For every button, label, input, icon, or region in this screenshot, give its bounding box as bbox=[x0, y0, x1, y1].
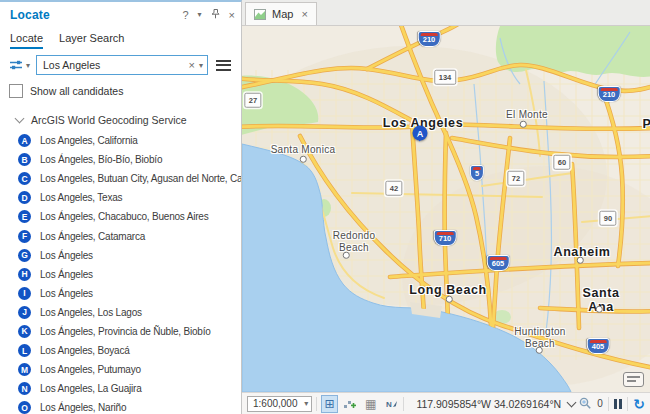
north-arrow-button[interactable]: N bbox=[383, 395, 400, 413]
coordinates-display[interactable]: 117.9095854°W 34.0269164°N bbox=[416, 398, 575, 410]
refresh-icon[interactable]: ↻ bbox=[633, 397, 645, 411]
scale-dropdown-icon: ▾ bbox=[304, 399, 308, 408]
locate-result-row[interactable]: M Los Angeles, Putumayo bbox=[0, 360, 241, 379]
scale-combobox[interactable]: 1:600,000 ▾ bbox=[247, 396, 312, 412]
floating-toolbar-toggle-icon[interactable] bbox=[623, 372, 644, 387]
locate-result-row[interactable]: G Los Ángeles bbox=[0, 246, 241, 265]
select-count-icon bbox=[579, 397, 592, 410]
locate-result-row[interactable]: D Los Angeles, Texas bbox=[0, 188, 241, 207]
map-canvas[interactable]: Los AngelesEl MonteSanta MonicaRedondo B… bbox=[242, 26, 650, 392]
svg-text:N: N bbox=[386, 400, 392, 409]
route-shield: 72 bbox=[507, 171, 524, 186]
map-city-dot bbox=[520, 121, 527, 128]
result-label: Los Ángeles, Chacabuco, Buenos Aires bbox=[40, 211, 208, 222]
separator bbox=[608, 397, 609, 411]
menu-icon[interactable] bbox=[216, 60, 231, 71]
map-tab[interactable]: Map × bbox=[245, 2, 317, 25]
result-label: Los Ángeles bbox=[40, 269, 93, 280]
search-dropdown-icon[interactable]: ▾ bbox=[199, 61, 203, 70]
tab-locate[interactable]: Locate bbox=[10, 32, 43, 49]
route-shield: 60 bbox=[553, 155, 570, 170]
locate-result-row[interactable]: L Los Angeles, Boyacá bbox=[0, 341, 241, 360]
result-letter-badge: D bbox=[18, 191, 31, 204]
route-shield: 90 bbox=[599, 211, 616, 226]
result-label: Los Ángeles, Catamarca bbox=[40, 231, 145, 242]
result-label: Los Ángeles bbox=[40, 288, 93, 299]
locate-result-row[interactable]: H Los Ángeles bbox=[0, 265, 241, 284]
collapse-chevron-icon[interactable] bbox=[15, 114, 25, 124]
map-city-dot bbox=[596, 306, 603, 313]
coordinates-dropdown-icon[interactable] bbox=[567, 397, 577, 407]
interstate-shield: 5 bbox=[470, 165, 484, 181]
locate-result-row[interactable]: C Los Angeles, Butuan City, Agusan del N… bbox=[0, 169, 241, 188]
panel-menu-dropdown-icon[interactable]: ▾ bbox=[198, 11, 202, 19]
coordinates-value: 117.9095854°W 34.0269164°N bbox=[416, 398, 561, 410]
scale-value: 1:600,000 bbox=[253, 398, 304, 409]
locate-result-row[interactable]: A Los Angeles, California bbox=[0, 131, 241, 150]
result-label: Los Ángeles bbox=[40, 250, 93, 261]
search-options-button[interactable]: ▾ bbox=[6, 56, 33, 74]
result-letter-badge: K bbox=[18, 325, 31, 338]
result-letter-badge: G bbox=[18, 249, 31, 262]
pause-drawing-button[interactable] bbox=[614, 399, 623, 409]
tab-layer-search[interactable]: Layer Search bbox=[59, 32, 124, 49]
pin-letter: A bbox=[417, 128, 424, 138]
result-letter-badge: H bbox=[18, 268, 31, 281]
grid-button[interactable]: ▦ bbox=[362, 395, 379, 413]
result-label: Los Angeles, Boyacá bbox=[40, 345, 130, 356]
map-tab-label: Map bbox=[272, 8, 293, 20]
interstate-shield: 210 bbox=[598, 86, 621, 102]
interstate-shield: 405 bbox=[587, 338, 610, 354]
pin-icon[interactable] bbox=[211, 9, 220, 21]
locate-result-row[interactable]: O Los Ángeles, Nariño bbox=[0, 398, 241, 414]
help-icon[interactable]: ? bbox=[182, 10, 188, 21]
interstate-shield: 710 bbox=[434, 230, 457, 246]
separator bbox=[627, 397, 628, 411]
sliders-icon bbox=[9, 59, 24, 71]
north-arrow-icon: N bbox=[385, 398, 398, 410]
locate-result-row[interactable]: F Los Ángeles, Catamarca bbox=[0, 226, 241, 245]
result-label: Los Angeles, Texas bbox=[40, 192, 122, 203]
locate-toolbar: ▾ Los Angeles × ▾ bbox=[0, 49, 241, 79]
show-all-candidates-checkbox[interactable] bbox=[9, 84, 23, 98]
result-label: Los Ángeles, Nariño bbox=[40, 402, 126, 413]
separator bbox=[403, 397, 404, 411]
result-letter-badge: O bbox=[18, 401, 31, 414]
result-letter-badge: A bbox=[18, 134, 31, 147]
grid-icon: ▦ bbox=[365, 397, 376, 411]
result-label: Los Ángeles, Provincia de Ñuble, Biobío bbox=[40, 326, 211, 337]
interstate-shield: 210 bbox=[418, 31, 441, 47]
result-label: Los Angeles, La Guajira bbox=[40, 383, 142, 394]
explore-tool-button[interactable]: ⊞ bbox=[321, 395, 338, 413]
result-letter-badge: J bbox=[18, 306, 31, 319]
snapping-icon bbox=[343, 398, 357, 410]
close-icon[interactable]: × bbox=[229, 10, 235, 21]
search-value: Los Angeles bbox=[43, 59, 185, 71]
result-letter-badge: B bbox=[18, 153, 31, 166]
located-place-pin[interactable]: A bbox=[413, 126, 428, 141]
map-tab-close-icon[interactable]: × bbox=[301, 8, 307, 20]
route-shield: 27 bbox=[244, 93, 261, 108]
snapping-button[interactable] bbox=[342, 395, 359, 413]
locate-result-row[interactable]: I Los Ángeles bbox=[0, 284, 241, 303]
result-letter-badge: N bbox=[18, 382, 31, 395]
map-city-dot bbox=[536, 347, 543, 354]
locate-result-row[interactable]: K Los Ángeles, Provincia de Ñuble, Biobí… bbox=[0, 322, 241, 341]
result-letter-badge: M bbox=[18, 363, 31, 376]
show-all-candidates-label: Show all candidates bbox=[30, 85, 123, 97]
selection-count: 0 bbox=[597, 398, 603, 409]
search-input[interactable]: Los Angeles × ▾ bbox=[36, 55, 208, 75]
result-label: Los Ángeles, Bío-Bío, Biobío bbox=[40, 154, 162, 165]
locate-panel-header: Locate ? ▾ × bbox=[0, 2, 241, 26]
geocoding-service-label: ArcGIS World Geocoding Service bbox=[31, 114, 187, 126]
locate-result-row[interactable]: J Los Angeles, Los Lagos bbox=[0, 303, 241, 322]
map-city-dot bbox=[343, 252, 350, 259]
clear-search-icon[interactable]: × bbox=[189, 59, 195, 71]
result-letter-badge: E bbox=[18, 210, 31, 223]
locate-result-row[interactable]: N Los Angeles, La Guajira bbox=[0, 379, 241, 398]
panel-title: Locate bbox=[10, 8, 182, 22]
route-shield: 42 bbox=[385, 181, 402, 196]
locate-result-row[interactable]: B Los Ángeles, Bío-Bío, Biobío bbox=[0, 150, 241, 169]
geocoding-service-section[interactable]: ArcGIS World Geocoding Service bbox=[0, 105, 241, 129]
locate-result-row[interactable]: E Los Ángeles, Chacabuco, Buenos Aires bbox=[0, 207, 241, 226]
